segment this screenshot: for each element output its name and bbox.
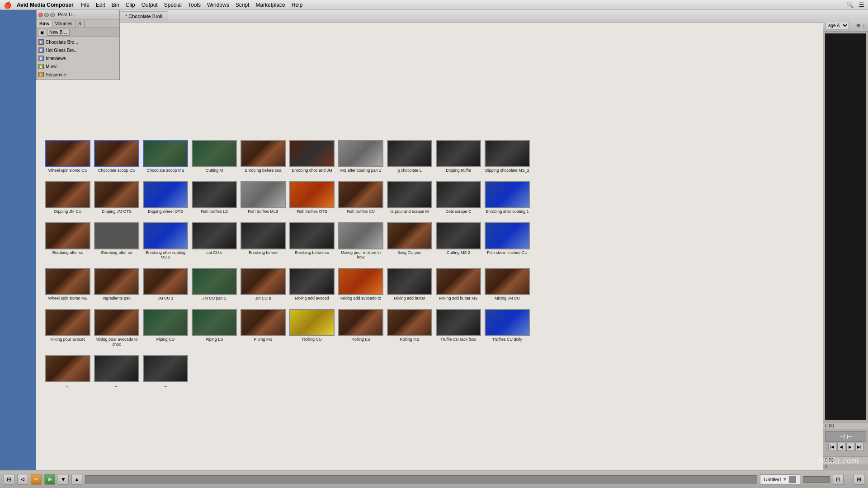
clip-item[interactable]: ... — [45, 355, 90, 388]
monitor-grid-icon[interactable]: ⊞ — [856, 23, 860, 28]
menu-special[interactable]: Special — [164, 2, 182, 8]
clip-item[interactable]: Mixing add avocad — [289, 268, 335, 301]
clip-item[interactable]: Wheel spin slomo MS — [45, 268, 90, 301]
new-bin-button[interactable]: New Bi... — [47, 29, 70, 36]
app-name[interactable]: Avid Media Composer — [17, 2, 74, 8]
menu-clip[interactable]: Clip — [126, 2, 135, 8]
clip-item[interactable]: Cutting MS 2 — [436, 222, 481, 260]
monitor-play-rev[interactable]: ◀ — [837, 443, 845, 451]
menu-tools[interactable]: Tools — [188, 2, 201, 8]
menu-script[interactable]: Script — [236, 2, 250, 8]
clip-item[interactable]: Mixing pour avocado to choc — [94, 309, 139, 347]
clip-item[interactable]: JM CU 1 — [143, 268, 188, 301]
small-tab-volumes[interactable]: Volumes — [52, 20, 75, 28]
clip-item[interactable]: Enrobing after coating MS 2 — [143, 222, 188, 260]
menu-file[interactable]: File — [81, 2, 90, 8]
transport-slider[interactable] — [803, 476, 830, 483]
menu-marketplace[interactable]: Marketplace — [255, 2, 285, 8]
monitor-settings-icon[interactable]: ⋮ — [862, 23, 866, 28]
transport-monitor-toggle[interactable]: ⊡ — [833, 474, 844, 485]
menu-extras-icon[interactable]: ☰ — [859, 1, 864, 8]
clip-item[interactable]: ... — [143, 355, 188, 388]
clip-item[interactable]: lbing CU pan — [387, 222, 432, 260]
clip-item[interactable]: Dipping JM CU — [45, 181, 90, 214]
tab-chocolate-broll-2[interactable]: * Chocolate Broll — [119, 11, 168, 21]
clip-item[interactable]: Fish truffles OTS — [289, 181, 335, 214]
menu-edit[interactable]: Edit — [96, 2, 105, 8]
bin-item-chocolate[interactable]: B Chocolate Bro... — [37, 38, 119, 46]
page-select[interactable]: age A — [825, 22, 849, 29]
transport-trim[interactable]: ✂ — [31, 474, 42, 485]
monitor-mark-out[interactable]: ⊢ — [847, 433, 852, 440]
clip-item[interactable]: JM CU p — [241, 268, 286, 301]
transport-title-dropdown[interactable]: ▼ — [783, 477, 787, 482]
clip-item[interactable]: Cutting M — [192, 140, 237, 173]
clip-item[interactable]: Mixing JM CU — [485, 268, 530, 301]
clip-item[interactable]: Wheel spin slomo CU — [45, 140, 90, 173]
small-max-btn[interactable] — [50, 13, 55, 17]
clip-item[interactable]: Mixing add avocado to — [338, 268, 383, 301]
clip-item[interactable]: Chocolate scoop MS — [143, 140, 188, 173]
transport-link[interactable]: ⊕ — [44, 474, 55, 485]
clip-item[interactable]: Piping MS — [241, 309, 286, 347]
clip-item[interactable]: Fish truffles MLS — [241, 181, 286, 214]
menu-bin[interactable]: Bin — [112, 2, 119, 8]
clip-item[interactable]: Chocolate scoop CU — [94, 140, 139, 173]
transport-timeline[interactable] — [85, 475, 757, 483]
clip-item[interactable]: Ingredients pan — [94, 268, 139, 301]
clip-item[interactable]: ... — [94, 355, 139, 388]
clip-item[interactable]: Mixing add butter MS — [436, 268, 481, 301]
clip-item[interactable]: Dipping chocolate MS_2 — [485, 140, 530, 173]
monitor-go-start[interactable]: |◀ — [828, 443, 836, 451]
clip-item[interactable]: Truffles CU dolly — [485, 309, 530, 347]
bin-item-sequence[interactable]: S Sequence — [37, 70, 119, 79]
monitor-play-fwd[interactable]: ▶ — [846, 443, 854, 451]
clip-item[interactable]: Enrobing choc and JM — [289, 140, 335, 173]
clip-item[interactable]: Piping LS — [192, 309, 237, 347]
bin-item-interviews[interactable]: B Interviews — [37, 54, 119, 62]
menu-output[interactable]: Output — [142, 2, 158, 8]
clip-item[interactable]: Dipping truffle — [436, 140, 481, 173]
apple-menu[interactable]: 🍎 — [4, 1, 11, 9]
monitor-mark-in[interactable]: ⊣ — [840, 433, 845, 440]
clip-item[interactable]: MS after coating pan 1 — [338, 140, 383, 173]
clip-item[interactable]: Enrobing before co — [289, 222, 335, 260]
clip-item[interactable]: Mixing pour avocac — [45, 309, 90, 347]
clip-item[interactable]: g chocolate L — [387, 140, 432, 173]
small-toolbar-folder[interactable]: ▣ — [38, 29, 46, 36]
monitor-go-end[interactable]: ▶| — [855, 443, 863, 451]
clip-item[interactable]: JM CU pan 1 — [192, 268, 237, 301]
clip-item[interactable]: cut CU s — [192, 222, 237, 260]
clip-item[interactable]: Piping CU — [143, 309, 188, 347]
clip-item[interactable]: Rolling MS — [387, 309, 432, 347]
clip-item[interactable]: Enrobing before — [241, 222, 286, 260]
search-icon[interactable]: 🔍 — [846, 1, 854, 8]
bin-item-music[interactable]: B Music — [37, 62, 119, 70]
clip-item[interactable]: Enrobing after co — [45, 222, 90, 260]
transport-rewind[interactable]: ⊟ — [4, 474, 14, 485]
transport-alt-view[interactable]: ⊞ — [854, 474, 864, 485]
clip-item[interactable]: Enrobing after coating 1 — [485, 181, 530, 214]
transport-dropdown[interactable]: ▼ — [58, 474, 69, 485]
clip-item[interactable]: Fish show finished CU — [485, 222, 530, 260]
clip-item[interactable]: Truffle CU rack focu — [436, 309, 481, 347]
clip-item[interactable]: Enrobing after co — [94, 222, 139, 260]
transport-mark-in[interactable]: ⊲ — [17, 474, 28, 485]
bin-item-hotglass[interactable]: B Hot Glass Bro... — [37, 46, 119, 54]
clip-item[interactable]: ts pour and scrape M — [387, 181, 432, 214]
clip-item[interactable]: Dipping JM OTS — [94, 181, 139, 214]
small-tab-s[interactable]: S — [75, 20, 85, 28]
clip-item[interactable]: Rolling CU — [289, 309, 335, 347]
clip-item[interactable]: Mixing add butter — [387, 268, 432, 301]
clip-item[interactable]: Fish truffles CU — [338, 181, 383, 214]
clip-item[interactable]: Enrobing before coa — [241, 140, 286, 173]
clip-item[interactable]: Dipping wheel OTS — [143, 181, 188, 214]
menu-help[interactable]: Help — [292, 2, 303, 8]
clip-item[interactable]: Dots scrape C — [436, 181, 481, 214]
small-min-btn[interactable] — [44, 13, 49, 17]
small-close-btn[interactable] — [38, 13, 43, 17]
clip-item[interactable]: Mixing pour mixture in bow — [338, 222, 383, 260]
menu-windows[interactable]: Windows — [207, 2, 229, 8]
small-tab-bins[interactable]: Bins — [37, 20, 52, 28]
clip-item[interactable]: Rolling LS — [338, 309, 383, 347]
